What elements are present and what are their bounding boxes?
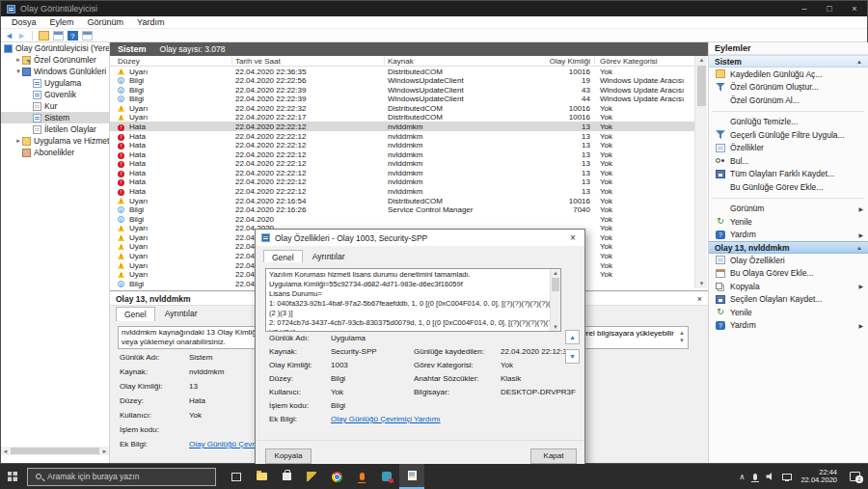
action-zel-g-r-n-m-al[interactable]: Özel Görünüm Al... <box>709 94 868 107</box>
scroll-thumb[interactable] <box>552 278 559 291</box>
taskbar-app-event-viewer[interactable] <box>399 464 424 489</box>
tree-item-zel-g-r-n-mler[interactable]: ▸Özel Görünümler <box>1 54 109 66</box>
event-row[interactable]: Bilgi22.04.2020Yok <box>110 214 694 224</box>
taskbar-search[interactable]: Aramak için buraya yazın <box>27 468 216 486</box>
taskbar-app-recorder[interactable] <box>374 464 399 489</box>
taskbar-app-chrome[interactable] <box>324 464 349 489</box>
action-bu-olaya-g-rev-ekle[interactable]: Bu Olaya Görev Ekle... <box>709 267 868 281</box>
event-row[interactable]: Bilgi22.04.2020 22:16:26Service Control … <box>110 205 694 215</box>
start-button[interactable] <box>0 464 25 489</box>
tree-item-windows-g-nl-kleri[interactable]: ▾Windows Günlükleri <box>1 66 109 77</box>
scroll-thumb[interactable] <box>11 448 99 454</box>
menu-yard-m[interactable]: Yardım <box>130 17 171 27</box>
expander-icon[interactable]: ▸ <box>14 56 22 64</box>
taskbar-app-docs[interactable] <box>299 464 324 489</box>
taskbar-app-mic[interactable] <box>349 464 374 489</box>
menu-dosya[interactable]: Dosya <box>5 17 43 27</box>
action-zellikler[interactable]: Özellikler <box>709 142 868 155</box>
description-scrollbar[interactable]: ▲▼ <box>677 329 687 344</box>
menu-eylem[interactable]: Eylem <box>43 17 81 27</box>
column-event-id[interactable]: Olay Kimliği <box>532 57 590 66</box>
action-olay-zellikleri[interactable]: Olay Özellikleri <box>709 254 868 267</box>
action-yard-m[interactable]: Yardım▶ <box>709 229 868 242</box>
action-bul[interactable]: Bul... <box>709 154 868 168</box>
action-kopyala[interactable]: Kopyala▶ <box>709 280 868 293</box>
tree-item-sistem[interactable]: Sistem <box>1 112 109 123</box>
action-ge-erli-g-nl-e-filtre-uygula[interactable]: Geçerli Günlüğe Filtre Uygula... <box>709 128 868 142</box>
event-row[interactable]: Bilgi22.04.2020 22:22:39WindowsUpdateCli… <box>110 95 694 104</box>
tree-horizontal-scrollbar[interactable]: ◄ ► <box>1 447 109 455</box>
tray-speaker-icon[interactable] <box>766 473 773 480</box>
table-vertical-scrollbar[interactable]: ▲ ▼ <box>694 56 707 288</box>
back-icon[interactable]: ◄ <box>5 31 14 41</box>
action-g-r-n-m[interactable]: Görünüm▶ <box>709 203 868 216</box>
event-row[interactable]: Uyarı22.04.2020 22:22:32DistributedCOM10… <box>110 103 694 113</box>
event-row[interactable]: Hata22.04.2020 22:22:12nvlddmkm13Yok <box>110 149 694 159</box>
taskbar-app-task-view[interactable] <box>224 464 249 489</box>
tray-microphone-icon[interactable] <box>753 474 757 480</box>
taskbar-app-explorer[interactable] <box>249 464 274 489</box>
minimize-button[interactable]: – <box>792 1 817 16</box>
dialog-tab-general[interactable]: Genel <box>263 250 303 262</box>
online-help-link[interactable]: Olay Günlüğü Çevrimiçi Yardımı <box>331 415 441 423</box>
expander-icon[interactable]: ▸ <box>14 137 22 145</box>
tree-item-abonelikler[interactable]: Abonelikler <box>1 147 109 158</box>
taskbar-app-store[interactable] <box>274 464 299 489</box>
tray-network-icon[interactable] <box>782 474 792 480</box>
action-yenile[interactable]: Yenile <box>709 306 868 319</box>
expander-icon[interactable]: ▾ <box>14 68 22 75</box>
forward-icon[interactable]: ► <box>17 31 26 41</box>
previous-event-button[interactable]: ▲ <box>565 330 580 344</box>
open-saved-log-icon[interactable] <box>39 31 49 41</box>
column-source[interactable]: Kaynak <box>388 57 414 66</box>
dialog-event-text[interactable]: ▲ ▼ Yazılım Koruması hizmeti lisans duru… <box>265 268 561 332</box>
event-row[interactable]: Hata22.04.2020 22:22:12nvlddmkm13Yok <box>110 131 694 141</box>
action-zel-g-r-n-m-olu-tur[interactable]: Özel Görünüm Oluştur... <box>709 81 868 95</box>
action-g-nl-temizle[interactable]: Günlüğü Temizle... <box>709 116 868 129</box>
column-level[interactable]: Düzey <box>118 57 140 66</box>
scroll-up-icon[interactable]: ▲ <box>551 269 560 277</box>
tree-item-olay-g-r-nt-leyicisi-yerel[interactable]: Olay Görüntüleyicisi (Yerel) <box>1 42 109 54</box>
console-window-icon[interactable] <box>53 31 64 41</box>
event-row[interactable]: Hata22.04.2020 22:22:12nvlddmkm13Yok <box>110 177 694 187</box>
tree-item-kur[interactable]: Kur <box>1 100 109 112</box>
details-close-icon[interactable]: × <box>697 294 702 304</box>
help-icon[interactable]: ? <box>68 31 78 41</box>
scroll-right-icon[interactable]: ► <box>100 448 109 454</box>
event-row[interactable]: Bilgi22.04.2020 22:22:39WindowsUpdateCli… <box>110 85 694 95</box>
collapse-chevron-icon[interactable]: ▲ <box>856 59 862 65</box>
next-event-button[interactable]: ▼ <box>565 349 580 364</box>
tab-general[interactable]: Genel <box>116 307 155 321</box>
tray-clock[interactable]: 22:44 22.04.2020 <box>800 469 837 485</box>
tab-details[interactable]: Ayrıntılar <box>157 307 205 321</box>
action-kaydedilen-g-nl-a[interactable]: Kaydedilen Günlüğü Aç... <box>709 68 868 81</box>
tree-item-uygulama[interactable]: Uygulama <box>1 77 109 89</box>
event-row[interactable]: Uyarı22.04.2020 22:36:35DistributedCOM10… <box>110 67 694 76</box>
event-row[interactable]: Uyarı22.04.2020 22:16:54DistributedCOM10… <box>110 196 694 205</box>
actions-section-sistem[interactable]: Sistem▲ <box>709 55 868 68</box>
close-dialog-button[interactable]: Kapat <box>530 448 577 464</box>
action-t-m-olaylar-farkl-kaydet[interactable]: Tüm Olayları Farklı Kaydet... <box>709 168 868 181</box>
actions-section-olay-13-nvlddmkm[interactable]: Olay 13, nvlddmkm▲ <box>709 241 868 254</box>
scroll-thumb[interactable] <box>697 66 706 106</box>
dialog-text-scrollbar[interactable]: ▲ ▼ <box>550 269 560 331</box>
collapse-chevron-icon[interactable]: ▲ <box>856 245 862 251</box>
column-datetime[interactable]: Tarih ve Saat <box>235 57 281 66</box>
event-row[interactable]: Hata22.04.2020 22:22:12nvlddmkm13Yok <box>110 122 694 131</box>
scroll-down-icon[interactable]: ▼ <box>695 280 708 288</box>
tray-chevron-icon[interactable]: ∧ <box>740 473 746 481</box>
scroll-down-icon[interactable]: ▼ <box>551 323 560 331</box>
close-button[interactable]: × <box>842 1 867 16</box>
event-row[interactable]: Hata22.04.2020 22:22:12nvlddmkm13Yok <box>110 141 694 150</box>
menu-g-r-n-m[interactable]: Görünüm <box>81 17 131 27</box>
copy-button[interactable]: Kopyala <box>265 448 312 464</box>
show-console-tree-icon[interactable] <box>82 31 93 41</box>
event-row[interactable]: Bilgi22.04.2020 22:22:56WindowsUpdateCli… <box>110 76 694 86</box>
action-bu-g-nl-e-g-rev-ekle[interactable]: Bu Günlüğe Görev Ekle... <box>709 180 868 194</box>
action-center-icon[interactable]: 2 <box>850 472 860 481</box>
tree-item-i-letilen-olaylar[interactable]: İletilen Olaylar <box>1 123 109 135</box>
scroll-up-icon[interactable]: ▲ <box>695 56 708 65</box>
maximize-button[interactable]: □ <box>817 1 842 16</box>
event-row[interactable]: Uyarı22.04.2020 22:22:17DistributedCOM10… <box>110 113 694 122</box>
event-row[interactable]: Hata22.04.2020 22:22:12nvlddmkm13Yok <box>110 168 694 177</box>
